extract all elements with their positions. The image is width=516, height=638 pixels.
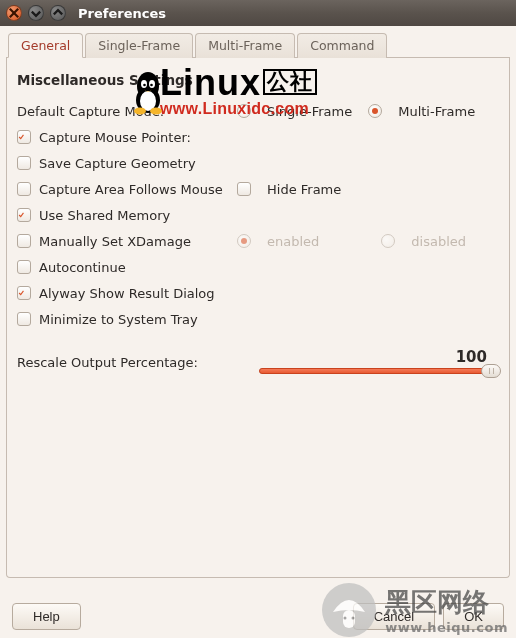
radio-multi-frame[interactable] <box>368 104 382 118</box>
checkbox-autocontinue[interactable] <box>17 260 31 274</box>
radio-xdamage-enabled-label: enabled <box>267 234 319 249</box>
slider-thumb[interactable] <box>481 364 501 378</box>
tab-command[interactable]: Command <box>297 33 387 58</box>
checkbox-capture-pointer[interactable] <box>17 130 31 144</box>
section-title: Miscellaneous Settings <box>17 72 499 88</box>
help-button[interactable]: Help <box>12 603 81 630</box>
maximize-window-button[interactable] <box>50 5 66 21</box>
tab-label: Single-Frame <box>98 38 180 53</box>
tab-label: Multi-Frame <box>208 38 282 53</box>
checkbox-xdamage[interactable] <box>17 234 31 248</box>
radio-single-frame[interactable] <box>237 104 251 118</box>
button-label: Help <box>33 609 60 624</box>
tabstrip: General Single-Frame Multi-Frame Command <box>6 32 510 58</box>
checkbox-minimize-tray-label: Minimize to System Tray <box>39 312 198 327</box>
rescale-slider-value: 100 <box>456 348 487 366</box>
dialog-button-bar: Help Cancel OK <box>0 593 516 638</box>
checkbox-xdamage-label: Manually Set XDamage <box>39 234 191 249</box>
rescale-slider[interactable]: 100 <box>259 350 499 374</box>
cancel-button[interactable]: Cancel <box>353 603 435 630</box>
checkbox-area-follows-label: Capture Area Follows Mouse <box>39 182 223 197</box>
radio-multi-frame-label: Multi-Frame <box>398 104 475 119</box>
rescale-slider-label: Rescale Output Percentage: <box>17 355 198 370</box>
close-window-button[interactable] <box>6 5 22 21</box>
slider-track[interactable] <box>259 368 499 374</box>
ok-button[interactable]: OK <box>443 603 504 630</box>
window-title: Preferences <box>78 6 166 21</box>
radio-xdamage-disabled <box>381 234 395 248</box>
minimize-window-button[interactable] <box>28 5 44 21</box>
checkbox-hide-frame[interactable] <box>237 182 251 196</box>
radio-xdamage-disabled-label: disabled <box>411 234 466 249</box>
checkbox-save-geometry[interactable] <box>17 156 31 170</box>
tab-multi-frame[interactable]: Multi-Frame <box>195 33 295 58</box>
checkbox-show-result-label: Alyway Show Result Dialog <box>39 286 215 301</box>
button-label: OK <box>464 609 483 624</box>
checkbox-shared-memory-label: Use Shared Memory <box>39 208 170 223</box>
checkbox-save-geometry-label: Save Capture Geometry <box>39 156 196 171</box>
window-titlebar: Preferences <box>0 0 516 26</box>
checkbox-hide-frame-label: Hide Frame <box>267 182 341 197</box>
button-label: Cancel <box>374 609 414 624</box>
radio-xdamage-enabled <box>237 234 251 248</box>
checkbox-show-result[interactable] <box>17 286 31 300</box>
checkbox-autocontinue-label: Autocontinue <box>39 260 126 275</box>
tab-single-frame[interactable]: Single-Frame <box>85 33 193 58</box>
slider-fill <box>259 368 490 374</box>
tab-panel-general: Miscellaneous Settings Default Capture M… <box>6 58 510 578</box>
checkbox-capture-pointer-label: Capture Mouse Pointer: <box>39 130 191 145</box>
tab-general[interactable]: General <box>8 33 83 58</box>
checkbox-shared-memory[interactable] <box>17 208 31 222</box>
tab-label: General <box>21 38 70 53</box>
checkbox-minimize-tray[interactable] <box>17 312 31 326</box>
radio-single-frame-label: Single-Frame <box>267 104 352 119</box>
checkbox-area-follows[interactable] <box>17 182 31 196</box>
tab-label: Command <box>310 38 374 53</box>
default-capture-mode-label: Default Capture Mode: <box>17 104 164 119</box>
